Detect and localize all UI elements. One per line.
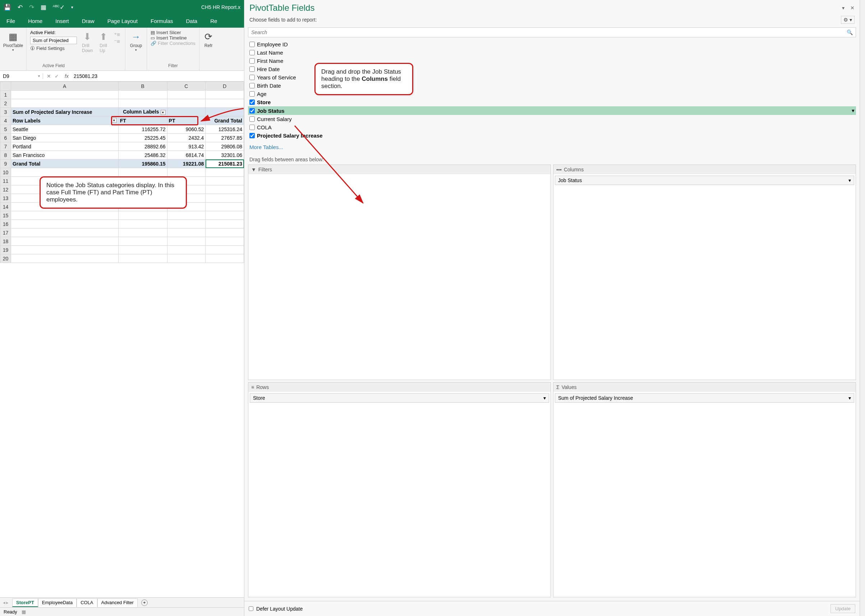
cell[interactable]: 125316.24: [206, 125, 244, 134]
cell[interactable]: [206, 108, 244, 116]
cell[interactable]: [118, 254, 167, 263]
cell[interactable]: [167, 237, 206, 246]
field-item[interactable]: COLA: [248, 123, 856, 132]
row-header[interactable]: 15: [0, 211, 11, 220]
cell[interactable]: [206, 168, 244, 177]
tab-draw[interactable]: Draw: [76, 14, 101, 28]
row-header[interactable]: 11: [0, 177, 11, 185]
col-header-B[interactable]: B: [118, 82, 167, 91]
cell[interactable]: [206, 228, 244, 237]
cell[interactable]: [167, 211, 206, 220]
scroll-first-icon[interactable]: ◂: [3, 600, 5, 605]
tab-review[interactable]: Re: [204, 14, 224, 28]
tab-home[interactable]: Home: [22, 14, 49, 28]
cell[interactable]: Grand Total: [206, 116, 244, 125]
insert-slicer-button[interactable]: ▤Insert Slicer: [151, 30, 195, 35]
sheet-tab[interactable]: StorePT: [12, 599, 38, 607]
cell[interactable]: [118, 228, 167, 237]
cell[interactable]: [11, 220, 118, 228]
field-item[interactable]: Projected Salary Increase: [248, 132, 856, 140]
cell[interactable]: [206, 99, 244, 108]
filters-area[interactable]: ▼Filters: [248, 165, 551, 380]
row-header[interactable]: 19: [0, 246, 11, 254]
cell[interactable]: [11, 254, 118, 263]
tab-page-layout[interactable]: Page Layout: [101, 14, 144, 28]
cell[interactable]: 2432.4: [167, 134, 206, 142]
field-checkbox[interactable]: [249, 58, 255, 64]
new-sheet-button[interactable]: +: [141, 599, 148, 606]
field-checkbox[interactable]: [249, 116, 255, 122]
columns-area[interactable]: ▪▪▪Columns Job Status▾: [553, 165, 856, 380]
cell[interactable]: Seattle: [11, 125, 118, 134]
field-checkbox[interactable]: [249, 99, 255, 105]
field-checkbox[interactable]: [249, 42, 255, 47]
cell[interactable]: [167, 108, 206, 116]
cell[interactable]: [206, 220, 244, 228]
cell[interactable]: [206, 185, 244, 194]
cell[interactable]: 19221.08: [167, 159, 206, 168]
cell[interactable]: [206, 246, 244, 254]
cell[interactable]: Portland: [11, 142, 118, 151]
search-input[interactable]: [248, 28, 844, 37]
cell[interactable]: Row Labels▾: [11, 116, 118, 125]
field-checkbox[interactable]: [249, 133, 255, 138]
cell[interactable]: 195860.15: [118, 159, 167, 168]
chevron-down-icon[interactable]: ▾: [852, 107, 855, 114]
field-checkbox[interactable]: [249, 125, 255, 130]
scroll-next-icon[interactable]: ▸: [6, 600, 9, 605]
tab-file[interactable]: File: [0, 14, 22, 28]
cell[interactable]: [206, 177, 244, 185]
field-checkbox[interactable]: [249, 108, 255, 113]
pivottable-button[interactable]: ▦ PivotTable ▾: [3, 30, 23, 53]
cell[interactable]: [118, 220, 167, 228]
table-icon[interactable]: ▦: [41, 3, 46, 11]
row-header[interactable]: 20: [0, 254, 11, 263]
fx-icon[interactable]: fx: [65, 73, 69, 79]
cancel-icon[interactable]: ✕: [47, 73, 51, 79]
row-header[interactable]: 13: [0, 194, 11, 203]
cell[interactable]: 913.42: [167, 142, 206, 151]
cell[interactable]: 25486.32: [118, 151, 167, 159]
cell[interactable]: [118, 168, 167, 177]
cell[interactable]: PT: [167, 116, 206, 125]
field-item[interactable]: Current Salary: [248, 115, 856, 123]
cell[interactable]: Sum of Projected Salary Increase: [11, 108, 118, 116]
area-field-pill[interactable]: Sum of Projected Salary Increase▾: [555, 393, 854, 403]
tab-insert[interactable]: Insert: [49, 14, 76, 28]
active-field-input[interactable]: Sum of Projected: [30, 37, 77, 44]
tab-formulas[interactable]: Formulas: [144, 14, 180, 28]
field-checkbox[interactable]: [249, 50, 255, 55]
formula-input[interactable]: 215081.23: [71, 73, 244, 79]
field-item[interactable]: Last Name: [248, 49, 856, 57]
dropdown-icon[interactable]: ▾: [161, 110, 165, 115]
row-header[interactable]: 12: [0, 185, 11, 194]
macro-record-icon[interactable]: ▦: [22, 609, 26, 614]
save-icon[interactable]: 💾: [3, 3, 11, 11]
cell[interactable]: 32301.06: [206, 151, 244, 159]
undo-icon[interactable]: ↶: [17, 3, 23, 11]
sheet-tab[interactable]: Advanced Filter: [98, 599, 138, 607]
cell[interactable]: [206, 254, 244, 263]
redo-icon[interactable]: ↷: [29, 3, 34, 11]
cell[interactable]: 25225.45: [118, 134, 167, 142]
group-button[interactable]: → Group ▾: [129, 30, 143, 53]
row-header[interactable]: 9: [0, 159, 11, 168]
cell[interactable]: [11, 168, 118, 177]
name-box[interactable]: D9 ▾: [0, 73, 43, 79]
spreadsheet-grid[interactable]: A B C D 123Sum of Projected Salary Incre…: [0, 82, 244, 263]
row-header[interactable]: 1: [0, 91, 11, 99]
cell[interactable]: FT: [118, 116, 167, 125]
field-item[interactable]: Store: [248, 98, 856, 106]
rows-area[interactable]: ≡Rows Store▾: [248, 382, 551, 598]
sheet-tab[interactable]: COLA: [77, 599, 97, 607]
spellcheck-icon[interactable]: ABC✓: [53, 3, 65, 11]
cell[interactable]: 6814.74: [167, 151, 206, 159]
row-header[interactable]: 8: [0, 151, 11, 159]
cell[interactable]: [206, 194, 244, 203]
cell[interactable]: [167, 168, 206, 177]
field-checkbox[interactable]: [249, 66, 255, 72]
customize-qat-icon[interactable]: ▾: [71, 5, 73, 10]
cell[interactable]: San Diego: [11, 134, 118, 142]
cell[interactable]: Grand Total: [11, 159, 118, 168]
cell[interactable]: [118, 237, 167, 246]
